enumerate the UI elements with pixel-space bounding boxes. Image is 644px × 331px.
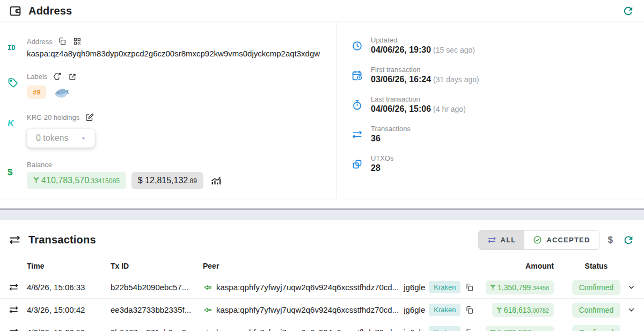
peer-suffix: jg6gle (404, 283, 425, 292)
id-icon: ID (8, 36, 27, 58)
status-badge: Confirmed (572, 325, 621, 331)
stat-last-transaction: Last transaction 04/06/26, 15:06(4 hr ag… (352, 95, 639, 114)
copy-peer-icon[interactable] (464, 305, 475, 315)
peer-suffix: jg6gle (404, 328, 425, 331)
page-header: Address (0, 0, 644, 22)
filter-accepted-button[interactable]: ACCEPTED (524, 231, 598, 249)
table-header-row: Time Tx ID Peer Amount Status (0, 256, 644, 276)
stat-value: 04/06/26, 19:30(15 sec ago) (371, 45, 475, 55)
stat-label: First transaction (371, 66, 479, 74)
transactions-table: Time Tx ID Peer Amount Status 4/6/26, 15… (0, 256, 644, 331)
address-card-left: ID Address kaspa:qz4a8yqh9m83dy (0, 22, 336, 199)
tx-filter-toggle: ALL ACCEPTED (478, 230, 599, 250)
open-in-new-icon[interactable] (67, 71, 78, 82)
table-row: 4/6/26, 15:06:33 b22b54b2090ebc57... kas… (0, 276, 644, 298)
dollar-icon: $ (8, 161, 27, 189)
copy-peer-icon[interactable] (464, 282, 475, 293)
status-badge: Confirmed (572, 303, 621, 318)
address-value: kaspa:qz4a8yqh9m83dyp0xzpcd2g6cz00sr8mxc… (27, 49, 320, 58)
stat-value: 36 (371, 134, 411, 143)
stat-utxos: UTXOs 28 (352, 154, 639, 173)
tx-time: 4/6/26, 15:06:33 (27, 283, 111, 292)
edit-icon[interactable] (84, 112, 95, 123)
utxos-icon (352, 154, 371, 173)
col-time: Time (27, 262, 111, 270)
balance-chart-icon[interactable] (209, 174, 223, 188)
peer-suffix: jg6gle (404, 305, 425, 314)
copy-peer-icon[interactable] (464, 327, 475, 331)
tx-id-link[interactable]: b22b54b2090ebc57... (111, 283, 203, 292)
new-label-icon[interactable] (52, 71, 63, 82)
stat-label: UTXOs (371, 154, 394, 162)
swap-arrows-icon (9, 282, 27, 292)
col-status: Status (554, 262, 625, 270)
stat-value: 28 (371, 163, 394, 173)
expand-chevron-icon[interactable] (625, 282, 638, 293)
krc20-tokens-dropdown[interactable]: 0 tokens (27, 128, 95, 148)
balance-kas-badge: Ɏ 410,783,570.33415085 (27, 172, 126, 189)
tag-icon (8, 71, 27, 99)
status-badge: Confirmed (572, 280, 621, 295)
expand-chevron-icon[interactable] (625, 327, 638, 331)
balance-usd-badge: $ 12,815,132.89 (131, 172, 203, 189)
stopwatch-icon (352, 95, 371, 114)
transactions-title: Transactions (28, 234, 96, 246)
swap-arrows-icon (487, 235, 496, 244)
peer-address-link[interactable]: kaspa:qphfy7yfwyj7uqw2q6v924q6xcsstfhdz7… (216, 283, 399, 292)
krc20-label: KRC-20 holdings (27, 113, 79, 121)
tx-id-link[interactable]: ee3da32733bb2335f... (111, 305, 203, 314)
calendar-clock-icon (352, 66, 371, 84)
incoming-arrow-icon (203, 283, 213, 292)
wallet-icon (9, 4, 22, 18)
expand-chevron-icon[interactable] (625, 304, 638, 315)
check-circle-icon (533, 235, 542, 244)
krc20-tokens-value: 0 tokens (36, 133, 68, 143)
col-amount: Amount (479, 262, 554, 270)
stat-label: Transactions (371, 125, 411, 133)
clock-icon (352, 36, 371, 55)
table-row: 4/2/26, 15:00:59 9b6477ca971ab8ee9... ka… (0, 321, 644, 331)
stat-value: 04/06/26, 15:06(4 hr ago) (371, 104, 466, 114)
copy-address-icon[interactable] (57, 36, 68, 47)
kraken-badge: Kraken (429, 281, 460, 293)
tx-time: 4/2/26, 15:00:59 (27, 328, 111, 331)
incoming-arrow-icon (203, 328, 213, 331)
address-card-right: Updated 04/06/26, 19:30(15 sec ago) Firs… (336, 22, 644, 199)
labels-section: Labels (8, 71, 331, 99)
amount-badge: Ɏ 1,350,799.34458 (486, 280, 554, 294)
address-section: ID Address kaspa:qz4a8yqh9m83dy (8, 36, 331, 58)
stat-label: Last transaction (371, 95, 466, 103)
page-title: Address (28, 5, 72, 17)
address-card: ID Address kaspa:qz4a8yqh9m83dy (0, 22, 644, 199)
peer-address-link[interactable]: kaspa:qphfy7yfwyj7uqw2q6v924q6xcsstfhdz7… (216, 305, 399, 314)
kraken-badge: Kraken (429, 304, 460, 316)
col-txid: Tx ID (111, 262, 203, 270)
incoming-arrow-icon (203, 305, 213, 315)
kraken-badge: Kraken (429, 326, 460, 331)
kaspa-k-icon: K (8, 112, 27, 148)
amount-badge: Ɏ 1,725,527.95225 (486, 326, 554, 331)
refresh-icon[interactable] (621, 4, 635, 18)
stat-updated: Updated 04/06/26, 19:30(15 sec ago) (352, 36, 639, 55)
swap-arrows-icon (9, 327, 27, 331)
filter-all-label: ALL (501, 236, 516, 244)
stat-first-transaction: First transaction 03/06/26, 16:24(31 day… (352, 66, 639, 84)
balance-section: $ Balance Ɏ 410,783,570.33415085 $ 12,81… (8, 161, 331, 189)
labels-label: Labels (27, 73, 47, 81)
qr-code-icon[interactable] (72, 36, 83, 47)
stat-transactions: Transactions 36 (352, 125, 639, 143)
peer-address-link[interactable]: kaspa:qphfy7yfwyj7uqw2q6v924q6xcsstfhdz7… (216, 328, 399, 331)
amount-badge: Ɏ 618,613.00782 (492, 303, 554, 317)
swap-arrows-icon (352, 125, 371, 143)
stat-value: 03/06/26, 16:24(31 days ago) (371, 75, 479, 84)
address-label: Address (27, 38, 53, 46)
label-badge: #9 (27, 85, 46, 99)
tx-id-link[interactable]: 9b6477ca971ab8ee9... (111, 328, 203, 331)
usd-toggle-icon[interactable]: $ (607, 234, 614, 247)
filter-all-button[interactable]: ALL (479, 231, 525, 249)
whale-emoji (54, 86, 70, 99)
tx-time: 4/3/26, 15:00:42 (27, 305, 111, 314)
refresh-transactions-icon[interactable] (621, 233, 635, 247)
filter-accepted-label: ACCEPTED (546, 236, 590, 244)
krc20-section: K KRC-20 holdings 0 tokens (8, 112, 331, 148)
